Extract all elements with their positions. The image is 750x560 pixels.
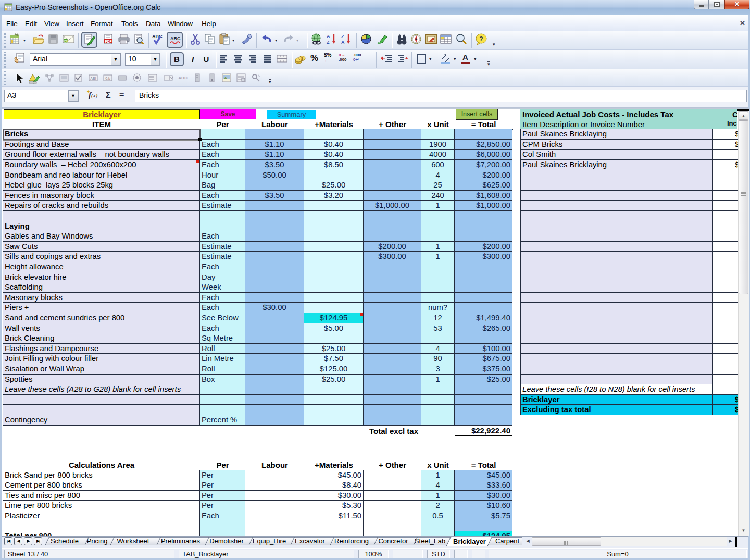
svg-text:ABC: ABC [170,36,181,41]
svg-text:A: A [341,40,345,45]
svg-text:A: A [327,34,330,39]
svg-text:ABC: ABC [178,76,188,80]
svg-text:ABC: ABC [152,34,162,39]
svg-text:$: $ [301,56,304,61]
svg-text:@: @ [64,39,68,43]
svg-text:?: ? [479,35,483,43]
svg-text:0.b: 0.b [105,77,110,80]
svg-text:Z: Z [341,34,344,39]
svg-text:Z: Z [327,40,330,45]
svg-text:PDF: PDF [105,40,112,43]
svg-text:ABI: ABI [90,77,96,80]
